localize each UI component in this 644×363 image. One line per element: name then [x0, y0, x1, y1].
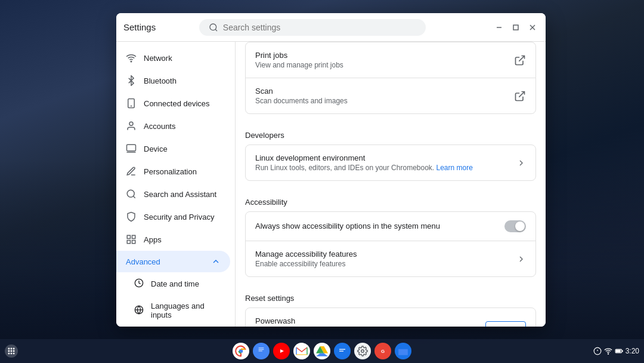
account-svg: G — [377, 346, 388, 356]
taskbar-drive-icon[interactable] — [314, 343, 330, 359]
sidebar-item-personalization[interactable]: Personalization — [116, 160, 230, 183]
battery-icon — [615, 347, 623, 355]
accessibility-toggle[interactable] — [504, 220, 526, 232]
sidebar-item-advanced[interactable]: Advanced — [116, 251, 230, 272]
sidebar-item-network[interactable]: Network — [116, 47, 230, 69]
sidebar-label-apps: Apps — [144, 235, 162, 244]
svg-rect-10 — [127, 144, 136, 151]
svg-rect-14 — [127, 235, 130, 238]
svg-point-6 — [131, 61, 132, 62]
sidebar-item-search-assistant[interactable]: Search and Assistant — [116, 183, 230, 205]
search-input-wrap — [199, 19, 426, 36]
taskbar-youtube-icon[interactable] — [273, 343, 290, 359]
print-jobs-desc: View and manage print jobs — [255, 61, 514, 69]
taskbar: G — [0, 339, 644, 363]
sidebar-item-accounts[interactable]: Accounts — [116, 115, 230, 137]
sidebar-item-files[interactable]: Files — [116, 325, 230, 327]
powerwash-content: Powerwash Remove all user accounts and r… — [255, 316, 485, 327]
docs-svg — [256, 345, 266, 357]
reset-settings-section-title: Reset settings — [245, 284, 536, 307]
taskbar-account-icon[interactable]: G — [374, 343, 391, 359]
sidebar-item-languages-inputs[interactable]: Languages and inputs — [116, 296, 230, 325]
taskbar-chrome-icon[interactable] — [233, 343, 249, 359]
svg-point-55 — [608, 353, 608, 354]
launcher-icon — [7, 347, 16, 355]
svg-point-49 — [361, 350, 364, 353]
manage-accessibility-chevron-icon — [516, 254, 526, 264]
svg-point-0 — [210, 24, 216, 30]
scan-item[interactable]: Scan Scan documents and images — [246, 78, 535, 113]
taskbar-gmail-icon[interactable] — [293, 343, 310, 359]
scan-external-link-icon — [514, 90, 526, 102]
reset-button[interactable]: Reset — [485, 321, 526, 327]
svg-line-1 — [215, 29, 217, 31]
search-bar — [199, 19, 426, 36]
launcher-button[interactable] — [5, 344, 18, 358]
sidebar-label-personalization: Personalization — [144, 167, 197, 176]
accessibility-options-item[interactable]: Always show accessibility options in the… — [246, 212, 535, 241]
sidebar-item-device[interactable]: Device — [116, 137, 230, 160]
time-display: 3:20 — [626, 347, 639, 355]
sidebar: Network Bluetooth — [116, 42, 236, 327]
reset-settings-card: Powerwash Remove all user accounts and r… — [245, 307, 536, 327]
accessibility-section-title: Accessibility — [245, 188, 536, 211]
wifi-icon — [126, 53, 137, 63]
manage-accessibility-content: Manage accessibility features Enable acc… — [255, 250, 516, 268]
sidebar-label-languages-inputs: Languages and inputs — [151, 302, 221, 319]
advanced-left: Advanced — [126, 257, 160, 266]
linux-dev-chevron — [516, 158, 526, 168]
taskbar-center: G — [233, 343, 411, 359]
svg-point-30 — [11, 353, 13, 355]
sidebar-label-security-privacy: Security and Privacy — [144, 213, 215, 222]
linux-dev-item[interactable]: Linux development environment Run Linux … — [246, 145, 535, 180]
files-svg — [398, 346, 408, 356]
svg-rect-17 — [132, 241, 135, 244]
taskbar-docs-icon[interactable] — [253, 343, 270, 359]
sidebar-item-apps[interactable]: Apps — [116, 228, 230, 251]
print-jobs-item[interactable]: Print jobs View and manage print jobs — [246, 42, 535, 78]
svg-rect-34 — [259, 347, 264, 348]
svg-point-25 — [13, 347, 15, 349]
svg-rect-36 — [259, 350, 262, 351]
minimize-button[interactable] — [493, 21, 505, 33]
sidebar-label-advanced: Advanced — [126, 257, 160, 266]
svg-point-26 — [8, 350, 10, 352]
sidebar-item-date-time[interactable]: Date and time — [116, 272, 230, 296]
powerwash-title: Powerwash — [255, 316, 485, 325]
accessibility-card: Always show accessibility options in the… — [245, 211, 536, 277]
sidebar-item-connected-devices[interactable]: Connected devices — [116, 92, 230, 115]
learn-more-link[interactable]: Learn more — [436, 164, 473, 172]
taskbar-settings-icon[interactable] — [354, 343, 371, 359]
taskbar-files-icon[interactable] — [395, 343, 411, 359]
svg-text:G: G — [381, 349, 385, 354]
developers-card: Linux development environment Run Linux … — [245, 144, 536, 181]
window-controls — [493, 21, 538, 33]
svg-rect-46 — [337, 346, 348, 355]
powerwash-action: Reset — [485, 321, 526, 327]
accessibility-options-title: Always show accessibility options in the… — [255, 222, 504, 230]
taskbar-left — [5, 344, 18, 358]
linux-dev-title: Linux development environment — [255, 153, 516, 162]
desktop: Settings — [0, 0, 644, 363]
svg-line-21 — [519, 56, 524, 61]
linux-dev-desc-text: Run Linux tools, editors, and IDEs on yo… — [255, 164, 434, 172]
grid-icon — [126, 234, 137, 245]
search-icon — [209, 23, 218, 32]
globe-icon — [134, 305, 144, 316]
svg-point-9 — [129, 122, 133, 125]
chrome-svg — [235, 345, 247, 357]
search-input[interactable] — [223, 23, 416, 32]
svg-rect-35 — [259, 349, 264, 350]
svg-line-22 — [519, 91, 524, 97]
svg-rect-16 — [127, 241, 130, 244]
svg-point-28 — [13, 350, 15, 352]
maximize-button[interactable] — [510, 21, 522, 33]
manage-accessibility-item[interactable]: Manage accessibility features Enable acc… — [246, 241, 535, 276]
sidebar-item-security-privacy[interactable]: Security and Privacy — [116, 205, 230, 228]
taskbar-messages-icon[interactable] — [334, 343, 351, 359]
chevron-right-icon — [516, 158, 526, 168]
sidebar-item-bluetooth[interactable]: Bluetooth — [116, 69, 230, 92]
close-button[interactable] — [527, 21, 538, 33]
svg-point-27 — [11, 350, 13, 352]
gmail-svg — [296, 346, 308, 356]
